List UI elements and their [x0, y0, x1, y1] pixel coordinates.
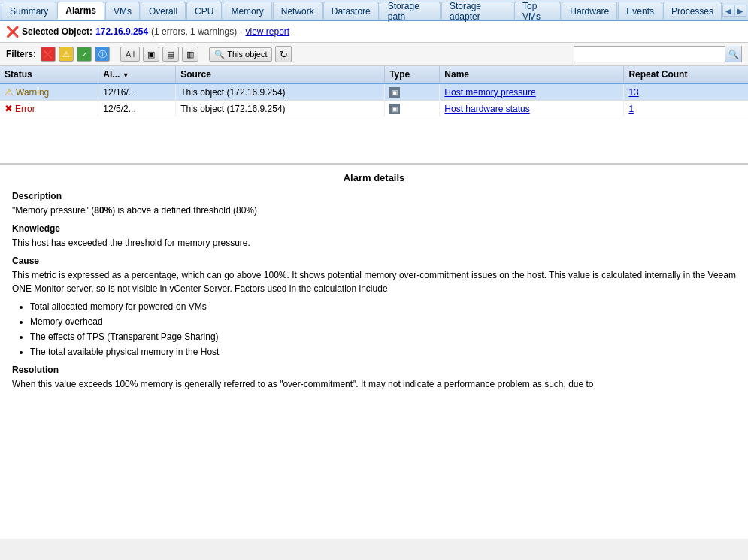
cell-type: ▣	[385, 101, 440, 117]
list-item: The total available physical memory in t…	[30, 345, 736, 359]
tab-datastore[interactable]: Datastore	[323, 2, 379, 20]
detail-knowledge-text: This host has exceeded the threshold for…	[12, 236, 736, 250]
cell-status: ⚠Warning	[0, 83, 98, 101]
cell-alarm-time: 12/5/2...	[98, 101, 176, 117]
tab-memory[interactable]: Memory	[223, 2, 271, 20]
table-row[interactable]: ✖Error12/5/2...This object (172.16.9.254…	[0, 101, 748, 117]
list-item: Memory overhead	[30, 315, 736, 328]
alarms-table-container: Status Al... ▼ Source Type	[0, 66, 748, 164]
tab-overall[interactable]: Overall	[141, 2, 186, 20]
detail-description-label: Description	[12, 191, 736, 201]
warning-icon: ⚠	[5, 86, 14, 98]
alarms-table-body: ⚠Warning12/16/...This object (172.16.9.2…	[0, 83, 748, 117]
view-report-link[interactable]: view report	[245, 26, 289, 37]
repeat-count-link[interactable]: 1	[628, 104, 634, 114]
filter-warning-button[interactable]: ⚠	[59, 47, 74, 62]
cell-type: ▣	[385, 83, 440, 101]
this-object-icon: 🔍	[214, 50, 225, 59]
filters-label: Filters:	[6, 49, 36, 59]
filter-ok-button[interactable]: ✓	[77, 47, 92, 62]
alarm-name-link[interactable]: Host memory pressure	[444, 87, 535, 98]
tab-prev-button[interactable]: ◀	[722, 5, 734, 17]
cell-status: ✖Error	[0, 101, 98, 117]
detail-title: Alarm details	[12, 172, 736, 183]
detail-knowledge-label: Knowledge	[12, 223, 736, 234]
filter-icon-btn-2[interactable]: ▤	[162, 47, 179, 62]
tab-navigation: ◀ ▶	[722, 2, 748, 20]
list-item: The effects of TPS (Transparent Page Sha…	[30, 330, 736, 344]
this-object-button[interactable]: 🔍 This object	[209, 47, 272, 62]
cell-repeat-count[interactable]: 1	[624, 101, 748, 117]
selected-label: Selected Object:	[22, 26, 92, 37]
filter-error-button[interactable]: ❌	[41, 47, 56, 62]
repeat-count-link[interactable]: 13	[628, 87, 638, 98]
col-source[interactable]: Source	[176, 66, 385, 83]
tab-next-button[interactable]: ▶	[734, 5, 746, 17]
tab-vms[interactable]: VMs	[105, 2, 140, 20]
filters-bar: Filters: ❌ ⚠ ✓ ⓘ All ▣ ▤ ▥ 🔍 This object…	[0, 43, 748, 66]
tab-processes[interactable]: Processes	[663, 2, 722, 20]
error-icon: ✖	[5, 103, 13, 114]
detail-resolution-label: Resolution	[12, 365, 736, 375]
refresh-button[interactable]: ↻	[275, 46, 292, 62]
tab-storage-path[interactable]: Storage path	[380, 2, 441, 20]
table-header-row: Status Al... ▼ Source Type	[0, 66, 748, 83]
col-name[interactable]: Name	[440, 66, 624, 83]
filter-all-button[interactable]: All	[120, 47, 140, 62]
sort-indicator: ▼	[123, 71, 129, 79]
col-alarm-time[interactable]: Al... ▼	[98, 66, 176, 83]
cell-alarm-time: 12/16/...	[98, 83, 176, 101]
cell-name[interactable]: Host hardware status	[440, 101, 624, 117]
filter-icon-btn-1[interactable]: ▣	[143, 47, 159, 62]
detail-cause-text: This metric is expressed as a percentage…	[12, 268, 736, 295]
cell-name[interactable]: Host memory pressure	[440, 83, 624, 101]
tab-network[interactable]: Network	[273, 2, 323, 20]
tab-top-vms[interactable]: Top VMs	[514, 2, 561, 20]
tab-bar: Summary Alarms VMs Overall CPU Memory Ne…	[0, 0, 748, 21]
tab-storage-adapter[interactable]: Storage adapter	[441, 2, 513, 20]
tab-events[interactable]: Events	[618, 2, 662, 20]
cell-source: This object (172.16.9.254)	[176, 101, 385, 117]
alarm-name-link[interactable]: Host hardware status	[444, 104, 529, 114]
col-type[interactable]: Type	[385, 66, 440, 83]
selected-object-bar: ❌ Selected Object: 172.16.9.254 (1 error…	[0, 21, 748, 43]
tab-hardware[interactable]: Hardware	[562, 2, 617, 20]
col-repeat-count[interactable]: Repeat Count	[624, 66, 748, 83]
search-box: 🔍	[574, 46, 742, 62]
detail-description-text: "Memory pressure" (80%) is above a defin…	[12, 204, 736, 217]
selected-errors-info: (1 errors, 1 warnings) -	[151, 26, 242, 37]
search-input[interactable]	[574, 50, 725, 59]
col-status[interactable]: Status	[0, 66, 98, 83]
detail-resolution-text: When this value exceeds 100% memory is g…	[12, 377, 736, 391]
type-monitor-icon: ▣	[389, 104, 400, 114]
detail-bullets: Total allocated memory for powered-on VM…	[12, 300, 736, 359]
list-item: Total allocated memory for powered-on VM…	[30, 300, 736, 313]
cell-source: This object (172.16.9.254)	[176, 83, 385, 101]
filter-icon-btn-3[interactable]: ▥	[182, 47, 198, 62]
alarms-table: Status Al... ▼ Source Type	[0, 66, 748, 117]
selected-ip[interactable]: 172.16.9.254	[95, 26, 148, 37]
cell-repeat-count[interactable]: 13	[624, 83, 748, 101]
filter-info-button[interactable]: ⓘ	[95, 47, 110, 62]
table-row[interactable]: ⚠Warning12/16/...This object (172.16.9.2…	[0, 83, 748, 101]
tab-cpu[interactable]: CPU	[186, 2, 222, 20]
tab-alarms[interactable]: Alarms	[57, 2, 104, 20]
alarm-detail-panel: Alarm details Description "Memory pressu…	[0, 164, 748, 539]
selected-error-icon: ❌	[6, 26, 19, 38]
tab-summary[interactable]: Summary	[2, 2, 56, 20]
detail-cause-label: Cause	[12, 256, 736, 266]
search-button[interactable]: 🔍	[725, 46, 741, 62]
this-object-label: This object	[227, 50, 267, 59]
type-monitor-icon: ▣	[389, 87, 400, 98]
